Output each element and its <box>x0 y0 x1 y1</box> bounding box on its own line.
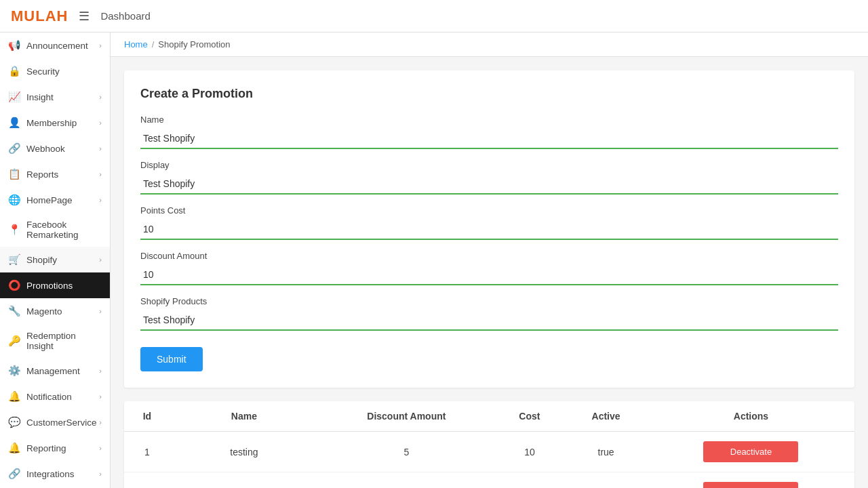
points-cost-label: Points Cost <box>140 205 838 216</box>
content-area: Create a Promotion Name Display Points C… <box>111 57 868 488</box>
sidebar-item-webhook[interactable]: 🔗 Webhook › <box>0 136 110 161</box>
homepage-icon: 🌐 <box>8 194 21 206</box>
col-actions: Actions <box>648 401 854 432</box>
chevron-icon: › <box>99 170 102 178</box>
col-name: Name <box>170 401 318 432</box>
sidebar-item-left: 🛒 Shopify <box>8 253 57 266</box>
facebook-remarketing-icon: 📍 <box>8 224 21 236</box>
col-id: Id <box>124 401 170 432</box>
customer-service-icon: 💬 <box>8 416 21 428</box>
breadcrumb-home[interactable]: Home <box>124 39 148 49</box>
sidebar-item-insight[interactable]: 📈 Insight › <box>0 84 110 110</box>
chevron-icon: › <box>99 119 102 127</box>
cell-active: true <box>564 432 648 472</box>
sidebar-item-left: 📢 Announcement <box>8 39 88 52</box>
sidebar-item-left: 🔔 Notification <box>8 390 72 403</box>
deactivate-button[interactable]: Deactivate <box>703 482 798 488</box>
topbar: MULAH ☰ Dashboard <box>0 0 868 33</box>
integrations-icon: 🔗 <box>8 468 21 480</box>
table-row: 1 testing 5 10 true Deactivate <box>124 432 854 472</box>
submit-button[interactable]: Submit <box>140 347 203 371</box>
sidebar-item-magento[interactable]: 🔧 Magento › <box>0 298 110 324</box>
logo: MULAH <box>11 7 68 25</box>
sidebar-item-left: 🔧 Magento <box>8 305 62 317</box>
membership-icon: 👤 <box>8 117 21 129</box>
sidebar-label: Promotions <box>26 281 73 291</box>
form-group-name: Name <box>140 115 838 149</box>
card-title: Create a Promotion <box>140 87 838 101</box>
webhook-icon: 🔗 <box>8 142 21 155</box>
cell-cost: 10 <box>495 432 565 472</box>
sidebar-item-left: 🔔 Reporting <box>8 442 66 454</box>
chevron-icon: › <box>99 367 102 375</box>
sidebar-item-left: 📍 Facebook Remarketing <box>8 220 102 240</box>
sidebar-item-announcement[interactable]: 📢 Announcement › <box>0 33 110 58</box>
sidebar-item-integrations[interactable]: 🔗 Integrations › <box>0 461 110 487</box>
discount-amount-input[interactable] <box>140 265 838 285</box>
create-promotion-card: Create a Promotion Name Display Points C… <box>124 70 854 388</box>
sidebar-item-promotions[interactable]: ⭕ Promotions <box>0 272 110 298</box>
sidebar-item-left: 📈 Insight <box>8 91 54 103</box>
sidebar-label: HomePage <box>26 195 73 205</box>
reports-icon: 📋 <box>8 168 21 180</box>
shopify-products-input[interactable] <box>140 310 838 331</box>
notification-icon: 🔔 <box>8 390 21 403</box>
promotions-icon: ⭕ <box>8 279 21 291</box>
sidebar-label: Facebook Remarketing <box>26 220 102 240</box>
sidebar-label: Membership <box>26 118 77 128</box>
name-input[interactable] <box>140 129 838 149</box>
sidebar: 📢 Announcement › 🔒 Security 📈 Insight › … <box>0 33 111 488</box>
discount-amount-label: Discount Amount <box>140 251 838 261</box>
sidebar-label: Webhook <box>26 144 65 154</box>
shopify-products-label: Shopify Products <box>140 296 838 306</box>
sidebar-item-left: 🔑 Redemption Insight <box>8 331 102 351</box>
topbar-title: Dashboard <box>100 10 150 22</box>
sidebar-item-membership[interactable]: 👤 Membership › <box>0 110 110 136</box>
hamburger-icon[interactable]: ☰ <box>79 9 90 24</box>
sidebar-item-left: ⭕ Promotions <box>8 279 73 291</box>
cell-name: testing <box>170 432 318 472</box>
sidebar-item-security[interactable]: 🔒 Security <box>0 58 110 84</box>
sidebar-item-left: 🔗 Integrations <box>8 468 75 480</box>
sidebar-item-notification[interactable]: 🔔 Notification › <box>0 384 110 409</box>
form-group-shopify-products: Shopify Products <box>140 296 838 331</box>
chevron-icon: › <box>99 144 102 152</box>
sidebar-label: Reporting <box>26 443 66 453</box>
chevron-icon: › <box>99 392 102 401</box>
display-input[interactable] <box>140 174 838 195</box>
sidebar-item-customer-service[interactable]: 💬 CustomerService › <box>0 409 110 435</box>
sidebar-item-reports[interactable]: 📋 Reports › <box>0 161 110 187</box>
announcement-icon: 📢 <box>8 39 21 52</box>
sidebar-label: Security <box>26 66 60 77</box>
form-group-discount-amount: Discount Amount <box>140 251 838 285</box>
cell-active: true <box>564 472 648 489</box>
sidebar-label: Insight <box>26 92 54 102</box>
col-discount-amount: Discount Amount <box>318 401 495 432</box>
form-group-points-cost: Points Cost <box>140 205 838 240</box>
chevron-icon: › <box>99 256 102 264</box>
sidebar-label: Notification <box>26 392 72 402</box>
sidebar-item-management[interactable]: ⚙️ Management › <box>0 358 110 384</box>
sidebar-item-facebook-remarketing[interactable]: 📍 Facebook Remarketing <box>0 213 110 247</box>
security-icon: 🔒 <box>8 65 21 77</box>
chevron-icon: › <box>99 418 102 426</box>
breadcrumb: Home / Shopify Promotion <box>111 33 868 57</box>
chevron-icon: › <box>99 307 102 315</box>
shopify-icon: 🛒 <box>8 253 21 266</box>
deactivate-button[interactable]: Deactivate <box>703 441 798 462</box>
sidebar-item-homepage[interactable]: 🌐 HomePage › <box>0 187 110 213</box>
sidebar-item-left: 📋 Reports <box>8 168 58 180</box>
points-cost-input[interactable] <box>140 220 838 240</box>
main-content: Home / Shopify Promotion Create a Promot… <box>111 33 868 488</box>
sidebar-label: Management <box>26 366 80 376</box>
sidebar-item-shopify[interactable]: 🛒 Shopify › <box>0 247 110 272</box>
magento-icon: 🔧 <box>8 305 21 317</box>
cell-id: 1 <box>124 432 170 472</box>
sidebar-item-reporting[interactable]: 🔔 Reporting › <box>0 435 110 461</box>
form-group-display: Display <box>140 160 838 195</box>
cell-name: Test Promotion <box>170 472 318 489</box>
sidebar-item-left: 💬 CustomerService <box>8 416 97 428</box>
breadcrumb-separator: / <box>152 39 155 49</box>
name-label: Name <box>140 115 838 125</box>
sidebar-item-redemption-insight[interactable]: 🔑 Redemption Insight <box>0 324 110 358</box>
